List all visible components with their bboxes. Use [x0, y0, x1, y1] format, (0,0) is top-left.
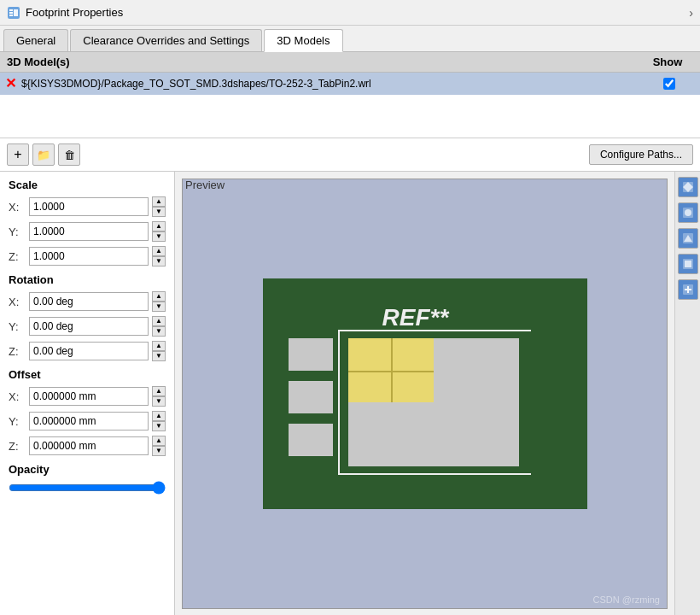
rotation-y-row: Y: ▲ ▼	[9, 316, 166, 337]
model-list-row[interactable]: ✕ ${KISYS3DMOD}/Package_TO_SOT_SMD.3dsha…	[0, 73, 700, 95]
rotation-title: Rotation	[9, 273, 166, 286]
rotation-x-label: X:	[9, 296, 26, 308]
pad-left-2	[289, 381, 333, 413]
title-bar-text: Footprint Properties	[26, 6, 123, 19]
rotation-y-input[interactable]	[29, 317, 149, 336]
scale-x-label: X:	[9, 201, 26, 214]
rotation-z-down[interactable]: ▼	[152, 351, 166, 361]
delete-button[interactable]: 🗑	[58, 144, 80, 166]
view-tool-1[interactable]	[678, 177, 698, 197]
offset-z-up[interactable]: ▲	[152, 436, 166, 446]
configure-paths-button[interactable]: Configure Paths...	[589, 144, 693, 165]
svg-point-7	[685, 209, 691, 216]
pcb-board: REF**	[263, 278, 587, 509]
rotation-y-label: Y:	[9, 320, 26, 333]
rotation-z-input[interactable]	[29, 342, 149, 360]
preview-canvas[interactable]: REF** CSDN @rzming	[182, 179, 668, 609]
model-list-header-name: 3D Model(s)	[7, 56, 642, 68]
offset-x-input[interactable]	[29, 387, 149, 406]
title-bar-expand: ›	[689, 6, 693, 20]
pad-left-3	[289, 424, 333, 456]
rotation-z-row: Z: ▲ ▼	[9, 341, 166, 361]
error-icon: ✕	[5, 77, 16, 91]
scale-z-label: Z:	[9, 250, 26, 263]
title-bar: Footprint Properties ›	[0, 0, 700, 26]
add-icon: +	[14, 147, 21, 162]
model-list-empty	[0, 95, 700, 138]
add-model-button[interactable]: +	[7, 144, 29, 166]
view-tool-3[interactable]	[678, 228, 698, 249]
trash-icon: 🗑	[64, 149, 75, 161]
rotation-y-up[interactable]: ▲	[152, 316, 166, 326]
scale-title: Scale	[9, 179, 166, 191]
offset-y-input[interactable]	[29, 412, 149, 430]
scale-y-row: Y: ▲ ▼	[9, 221, 166, 242]
offset-x-label: X:	[9, 390, 26, 403]
offset-title: Offset	[9, 368, 166, 381]
offset-z-label: Z:	[9, 440, 26, 453]
offset-y-up[interactable]: ▲	[152, 411, 166, 421]
props-panel: Scale X: ▲ ▼ Y: ▲ ▼	[0, 172, 175, 615]
offset-y-label: Y:	[9, 415, 26, 428]
offset-y-down[interactable]: ▼	[152, 421, 166, 431]
offset-x-up[interactable]: ▲	[152, 386, 166, 396]
props-preview-area: Scale X: ▲ ▼ Y: ▲ ▼	[0, 172, 700, 615]
rotation-x-down[interactable]: ▼	[152, 302, 166, 312]
model-path: ${KISYS3DMOD}/Package_TO_SOT_SMD.3dshape…	[21, 78, 644, 90]
offset-z-row: Z: ▲ ▼	[9, 436, 166, 456]
svg-rect-1	[9, 9, 13, 11]
scale-z-up[interactable]: ▲	[152, 246, 166, 256]
rotation-z-label: Z:	[9, 345, 26, 358]
pcb-ref-text: REF**	[382, 304, 449, 331]
tab-3dmodels[interactable]: 3D Models	[264, 29, 342, 52]
view-tool-2[interactable]	[678, 202, 698, 223]
silk-left	[338, 330, 340, 475]
scale-x-row: X: ▲ ▼	[9, 196, 166, 217]
opacity-title: Opacity	[9, 463, 166, 476]
svg-rect-10	[685, 261, 691, 267]
rotation-z-up[interactable]: ▲	[152, 341, 166, 351]
model-list-section: 3D Model(s) Show ✕ ${KISYS3DMOD}/Package…	[0, 52, 700, 138]
view-tool-4[interactable]	[678, 254, 698, 274]
scale-y-up[interactable]: ▲	[152, 221, 166, 231]
tab-general[interactable]: General	[3, 29, 68, 51]
tab-bar: General Clearance Overrides and Settings…	[0, 26, 700, 52]
preview-label: Preview	[185, 179, 225, 191]
scale-y-input[interactable]	[29, 222, 149, 241]
silk-bottom	[338, 473, 531, 475]
scale-z-input[interactable]	[29, 247, 149, 266]
opacity-row	[9, 481, 166, 495]
main-content: 3D Model(s) Show ✕ ${KISYS3DMOD}/Package…	[0, 52, 700, 615]
rotation-y-down[interactable]: ▼	[152, 326, 166, 337]
watermark: CSDN @rzming	[593, 594, 660, 605]
scale-x-up[interactable]: ▲	[152, 196, 166, 207]
rotation-x-input[interactable]	[29, 292, 149, 311]
offset-x-row: X: ▲ ▼	[9, 386, 166, 407]
view-tool-5[interactable]	[678, 279, 698, 300]
model-show-checkbox[interactable]	[644, 78, 695, 90]
model-list-header: 3D Model(s) Show	[0, 52, 700, 73]
folder-button[interactable]: 📁	[32, 144, 55, 166]
right-toolbar	[674, 172, 700, 615]
scale-x-down[interactable]: ▼	[152, 207, 166, 217]
footprint-icon	[7, 6, 20, 20]
opacity-slider[interactable]	[9, 481, 166, 495]
svg-rect-4	[14, 9, 18, 16]
toolbar-row: + 📁 🗑 Configure Paths...	[0, 138, 700, 172]
offset-z-down[interactable]: ▼	[152, 446, 166, 456]
scale-y-down[interactable]: ▼	[152, 231, 166, 242]
model-list-header-show: Show	[642, 56, 693, 68]
pad-tab	[348, 338, 434, 402]
offset-x-down[interactable]: ▼	[152, 396, 166, 407]
rotation-x-row: X: ▲ ▼	[9, 291, 166, 312]
svg-rect-2	[9, 12, 13, 14]
preview-area: Preview REF**	[175, 172, 674, 615]
offset-z-input[interactable]	[29, 436, 149, 455]
scale-z-row: Z: ▲ ▼	[9, 246, 166, 266]
rotation-x-up[interactable]: ▲	[152, 291, 166, 302]
scale-y-label: Y:	[9, 226, 26, 238]
pad-left-1	[289, 338, 333, 371]
tab-clearance[interactable]: Clearance Overrides and Settings	[70, 29, 262, 51]
scale-z-down[interactable]: ▼	[152, 256, 166, 266]
scale-x-input[interactable]	[29, 197, 149, 216]
